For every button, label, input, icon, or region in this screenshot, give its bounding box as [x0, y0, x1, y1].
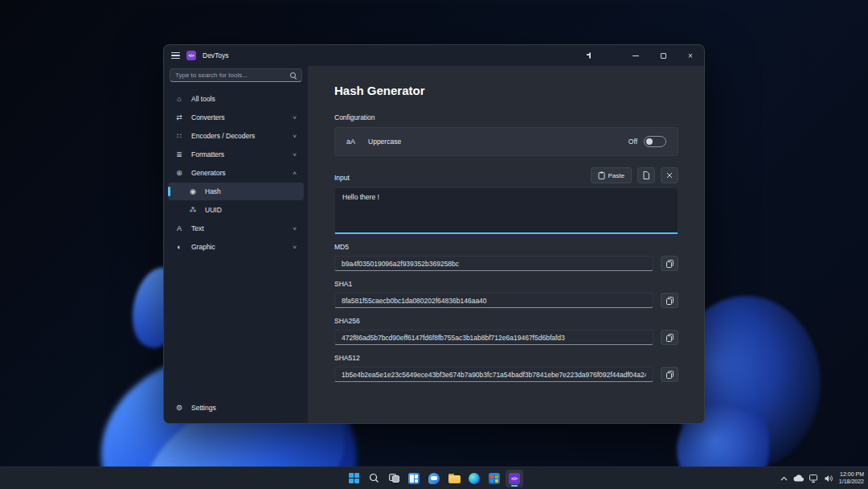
- hamburger-menu-button[interactable]: [171, 52, 180, 59]
- chevron-down-icon: ˅: [293, 114, 297, 121]
- compact-overlay-icon: [589, 52, 591, 59]
- graphic-icon: ◐: [174, 243, 184, 251]
- paste-button[interactable]: Paste: [591, 167, 632, 183]
- home-icon: ⌂: [174, 95, 184, 103]
- clear-button[interactable]: [661, 167, 678, 183]
- close-icon: [666, 172, 673, 179]
- devtoys-logo-icon: </>: [186, 51, 196, 60]
- close-button[interactable]: ×: [677, 45, 704, 66]
- uuid-icon: ⁂: [188, 206, 198, 214]
- edge-icon: [469, 473, 480, 484]
- clock[interactable]: 12:00 PM 1/18/2022: [839, 471, 864, 485]
- main-panel: Hash Generator Configuration aA Uppercas…: [308, 66, 704, 423]
- chevron-up-icon: ˄: [293, 170, 297, 177]
- windows-start-icon: [349, 473, 359, 483]
- microsoft-store-button[interactable]: [485, 470, 503, 487]
- chevron-down-icon: ˅: [293, 151, 297, 158]
- widgets-button[interactable]: [405, 470, 423, 487]
- sha512-output-field[interactable]: [334, 367, 653, 382]
- input-label: Input: [334, 174, 350, 182]
- chevron-down-icon: ˅: [293, 225, 297, 232]
- show-hidden-icons-chevron[interactable]: [780, 476, 788, 481]
- text-icon: A: [174, 224, 184, 232]
- sha1-row: [334, 293, 678, 308]
- widgets-icon: [408, 473, 420, 484]
- md5-copy-button[interactable]: [661, 256, 678, 271]
- devtoys-taskbar-button[interactable]: </>: [506, 470, 523, 487]
- sidebar-item-hash[interactable]: ◉ Hash: [168, 183, 304, 200]
- sidebar-item-uuid[interactable]: ⁂ UUID: [168, 201, 304, 219]
- volume-icon[interactable]: [825, 475, 833, 483]
- hash-input-textarea[interactable]: Hello there !: [334, 187, 678, 234]
- edge-button[interactable]: [465, 470, 483, 487]
- clock-time: 12:00 PM: [839, 471, 864, 479]
- sidebar-item-formatters[interactable]: ≣ Formatters ˅: [168, 146, 304, 163]
- sha1-output-field[interactable]: [334, 293, 653, 308]
- sidebar-item-converters[interactable]: ⇄ Converters ˅: [168, 109, 304, 126]
- sha512-copy-button[interactable]: [661, 367, 678, 382]
- desktop: </> DevToys × ⌂ All tools: [0, 0, 868, 489]
- minimize-button[interactable]: [622, 45, 649, 66]
- network-icon[interactable]: [809, 475, 819, 483]
- chat-button[interactable]: [425, 470, 443, 487]
- title-bar: </> DevToys ×: [164, 45, 704, 66]
- configuration-label: Configuration: [334, 113, 678, 121]
- sidebar-item-generators[interactable]: ⊛ Generators ˄: [168, 164, 304, 182]
- formatters-icon: ≣: [174, 150, 184, 158]
- gear-icon: ⚙: [174, 404, 184, 412]
- window-title: DevToys: [203, 51, 229, 60]
- sidebar: ⌂ All tools ⇄ Converters ˅ ∷ Encoders / …: [164, 66, 308, 423]
- task-view-button[interactable]: [385, 470, 403, 487]
- search-icon[interactable]: [289, 72, 297, 79]
- file-icon: [643, 171, 649, 179]
- sha256-copy-button[interactable]: [661, 330, 678, 345]
- md5-output-field[interactable]: [334, 256, 653, 271]
- copy-icon: [666, 297, 674, 305]
- sha1-copy-button[interactable]: [661, 293, 678, 308]
- compact-overlay-button[interactable]: [595, 45, 622, 66]
- sidebar-item-text[interactable]: A Text ˅: [168, 220, 304, 237]
- encoders-decoders-icon: ∷: [174, 132, 184, 140]
- search-icon: [369, 473, 379, 483]
- start-button[interactable]: [345, 470, 362, 487]
- devtoys-icon: </>: [509, 473, 520, 484]
- sidebar-item-all-tools[interactable]: ⌂ All tools: [168, 90, 304, 108]
- search-input[interactable]: [175, 72, 289, 79]
- uppercase-icon: aA: [346, 138, 355, 146]
- file-explorer-icon: [448, 474, 461, 483]
- microsoft-store-icon: [489, 473, 500, 484]
- sha512-label: SHA512: [334, 354, 678, 362]
- tool-search-box[interactable]: [170, 68, 302, 82]
- task-view-icon: [389, 474, 399, 483]
- taskbar: </> 12:00 PM 1/18/2022: [0, 466, 868, 489]
- copy-icon: [666, 334, 674, 342]
- sidebar-item-settings[interactable]: ⚙ Settings: [168, 399, 304, 417]
- taskbar-search-button[interactable]: [365, 470, 383, 487]
- uppercase-setting-card: aA Uppercase Off: [334, 127, 678, 156]
- generators-icon: ⊛: [174, 169, 184, 177]
- sha512-row: [334, 367, 678, 382]
- paste-icon: [598, 171, 605, 179]
- maximize-icon: [661, 53, 666, 59]
- sidebar-item-graphic[interactable]: ◐ Graphic ˅: [168, 238, 304, 256]
- onedrive-cloud-icon[interactable]: [793, 475, 804, 482]
- chevron-down-icon: ˅: [293, 244, 297, 251]
- devtoys-window: </> DevToys × ⌂ All tools: [163, 44, 705, 424]
- uppercase-toggle[interactable]: [644, 136, 666, 147]
- sidebar-item-encoders-decoders[interactable]: ∷ Encoders / Decoders ˅: [168, 127, 304, 145]
- sha256-output-field[interactable]: [334, 330, 653, 345]
- copy-icon: [666, 371, 674, 379]
- page-title: Hash Generator: [334, 84, 678, 97]
- file-explorer-button[interactable]: [445, 470, 463, 487]
- hash-icon: ◉: [188, 187, 198, 195]
- md5-row: [334, 256, 678, 271]
- sha1-label: SHA1: [334, 280, 678, 288]
- maximize-button[interactable]: [649, 45, 677, 66]
- md5-label: MD5: [334, 243, 678, 251]
- chevron-down-icon: ˅: [293, 133, 297, 140]
- chat-icon: [428, 473, 440, 484]
- open-file-button[interactable]: [637, 167, 655, 183]
- copy-icon: [666, 260, 674, 268]
- sha256-label: SHA256: [334, 317, 678, 325]
- minimize-icon: [633, 55, 639, 56]
